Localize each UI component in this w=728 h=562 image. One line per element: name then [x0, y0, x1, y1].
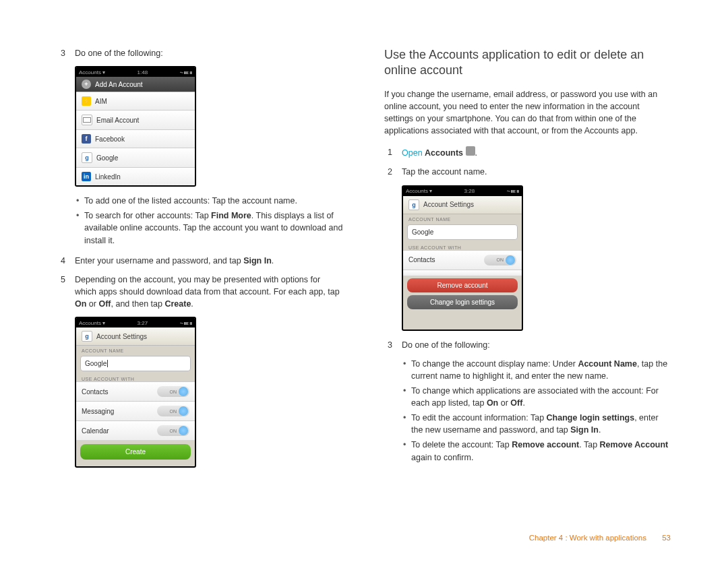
phone-toggle-row: ContactsON	[76, 381, 195, 401]
section-label: USE ACCOUNT WITH	[403, 243, 522, 250]
step-text: Do one of the following:	[75, 47, 344, 59]
remove-account-button: Remove account	[407, 278, 518, 292]
phone-header-text: Add An Account	[95, 81, 143, 88]
step-text: Open Accounts .	[402, 146, 671, 159]
step-text: Do one of the following:	[402, 339, 671, 351]
section-label: USE ACCOUNT WITH	[76, 374, 195, 381]
step-1: 1 Open Accounts .	[384, 146, 671, 159]
phone-row-clip	[403, 270, 522, 276]
plus-icon: +	[82, 80, 91, 89]
aim-icon: ⚡	[82, 96, 91, 106]
bullet-item: To change which applications are associa…	[403, 385, 671, 409]
mail-icon	[82, 115, 92, 125]
phone-list-row: ⚡AIM	[76, 92, 195, 110]
bullet-list: To change the account display name: Unde…	[395, 358, 671, 464]
facebook-icon: f	[82, 134, 91, 144]
phone-toggle-row: ContactsON	[403, 250, 522, 270]
step-2: 2 Tap the account name.	[384, 166, 671, 178]
phone-settings-title: gAccount Settings	[403, 196, 522, 214]
status-icons: ⏦ ▮◧ ▮	[180, 69, 192, 75]
phone-list-row: inLinkedIn	[76, 167, 195, 185]
status-time: 1:48	[138, 69, 148, 75]
step-5: 5 Depending on the account, you may be p…	[57, 274, 344, 310]
bullet-item: To delete the account: Tap Remove accoun…	[403, 439, 671, 463]
bullet-item: To search for other accounts: Tap Find M…	[76, 210, 344, 246]
phone-list-row: Email Account	[76, 110, 195, 129]
status-left: Accounts ▾	[79, 69, 105, 75]
page-number: 53	[662, 534, 671, 542]
phone-list-row: gGoogle	[76, 148, 195, 167]
page-footer: Chapter 4 : Work with applications 53	[529, 534, 671, 542]
status-time: 3:28	[464, 188, 475, 194]
section-heading: Use the Accounts application to edit or …	[384, 47, 671, 79]
toggle-on: ON	[157, 425, 189, 436]
phone-screenshot-settings-create: Accounts ▾ 3:27 ⏦ ▮◧ ▮ gAccount Settings…	[75, 317, 196, 468]
linkedin-icon: in	[82, 172, 91, 181]
chapter-label: Chapter 4 : Work with applications	[529, 534, 646, 542]
toggle-on: ON	[484, 255, 516, 266]
step-3-right: 3 Do one of the following:	[384, 339, 671, 351]
bullet-item: To add one of the listed accounts: Tap t…	[76, 195, 344, 207]
account-name-field: Google	[80, 356, 191, 371]
change-login-button: Change login settings	[407, 295, 518, 309]
google-icon: g	[82, 331, 92, 342]
left-column: 3 Do one of the following: Accounts ▾ 1:…	[57, 47, 344, 476]
status-icons: ⏦ ▮◧ ▮	[180, 320, 192, 326]
bullet-item: To edit the account information: Tap Cha…	[403, 412, 671, 436]
step-3: 3 Do one of the following:	[57, 47, 344, 59]
step-text: Enter your username and password, and ta…	[75, 255, 344, 267]
step-number: 3	[384, 339, 392, 351]
phone-header-row: + Add An Account	[76, 77, 195, 92]
step-number: 3	[57, 47, 65, 59]
create-button: Create	[80, 444, 191, 460]
phone-toggle-row: MessagingON	[76, 401, 195, 420]
google-icon: g	[82, 152, 92, 163]
phone-settings-title: gAccount Settings	[76, 327, 195, 346]
section-label: ACCOUNT NAME	[76, 346, 195, 353]
right-column: Use the Accounts application to edit or …	[384, 47, 671, 476]
step-number: 5	[57, 274, 65, 310]
step-number: 4	[57, 255, 65, 267]
section-label: ACCOUNT NAME	[403, 214, 522, 222]
status-time: 3:27	[138, 320, 148, 326]
status-left: Accounts ▾	[406, 188, 432, 194]
phone-screenshot-settings-remove: Accounts ▾ 3:28 ⏦ ▮◧ ▮ gAccount Settings…	[402, 185, 523, 331]
open-link: Open	[402, 148, 423, 158]
toggle-on: ON	[157, 386, 189, 397]
bullet-item: To change the account display name: Unde…	[403, 358, 671, 382]
account-name-field: Google	[407, 224, 518, 240]
toggle-on: ON	[157, 406, 189, 416]
step-number: 2	[384, 166, 392, 178]
status-left: Accounts ▾	[79, 320, 105, 326]
phone-screenshot-add-account: Accounts ▾ 1:48 ⏦ ▮◧ ▮ + Add An Account …	[75, 66, 196, 187]
step-number: 1	[384, 146, 392, 159]
intro-paragraph: If you change the username, email addres…	[384, 88, 671, 137]
bullet-list: To add one of the listed accounts: Tap t…	[68, 195, 344, 247]
phone-toggle-row: CalendarON	[76, 420, 195, 440]
step-text: Depending on the account, you may be pre…	[75, 274, 344, 310]
accounts-app-icon	[466, 146, 475, 156]
phone-list-row: fFacebook	[76, 129, 195, 148]
step-4: 4 Enter your username and password, and …	[57, 255, 344, 267]
google-icon: g	[408, 199, 419, 210]
step-text: Tap the account name.	[402, 166, 671, 178]
status-icons: ⏦ ▮◧ ▮	[507, 188, 519, 194]
